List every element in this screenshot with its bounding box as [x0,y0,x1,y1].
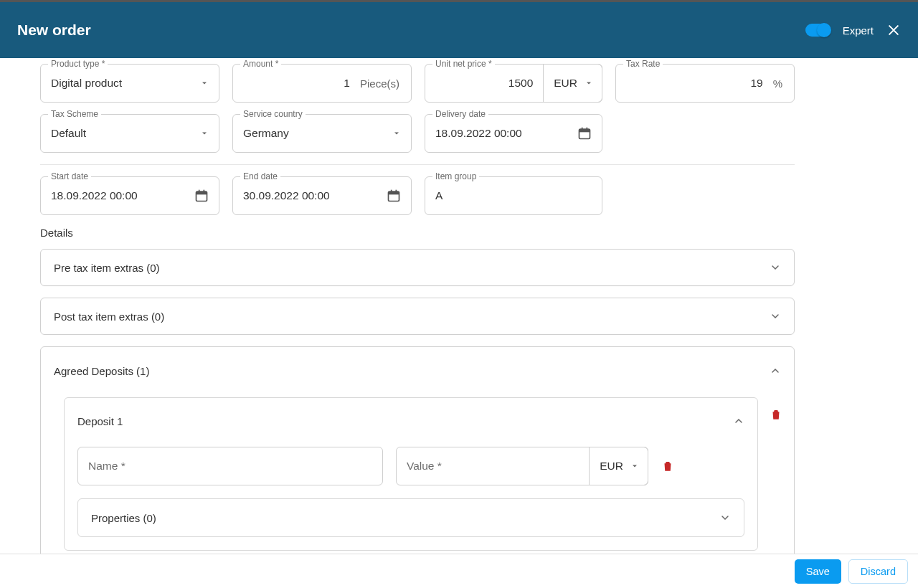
dialog-header: New order Expert [0,2,918,58]
post-tax-extras-header[interactable]: Post tax item extras (0) [41,298,794,334]
tax-scheme-select[interactable]: Tax Scheme Default [40,114,219,153]
deposit-card-body: Name * Value * EUR [65,444,757,550]
deposit-row: Deposit 1 Name * Value * [64,397,782,551]
svg-rect-5 [197,191,207,194]
expert-toggle[interactable] [805,24,830,37]
chevron-down-icon [719,512,731,523]
service-country-label: Service country [240,109,306,119]
pre-tax-extras-header[interactable]: Pre tax item extras (0) [41,250,794,285]
delivery-date-value: 18.09.2022 00:00 [435,127,574,140]
deposit-name-label: Name * [88,460,126,473]
chevron-down-icon [770,262,781,273]
delivery-date-label: Delivery date [432,109,488,119]
end-date-value: 30.09.2022 00:00 [243,189,384,202]
trash-icon [770,407,782,422]
chevron-up-icon [770,365,781,376]
header-right: Expert [805,23,901,37]
dialog-title: New order [17,22,91,39]
start-date-label: Start date [48,171,91,181]
tax-rate-label: Tax Rate [623,59,663,69]
form-scroll-area[interactable]: Product type * Digital product Amount * … [0,58,918,554]
agreed-deposits-header[interactable]: Agreed Deposits (1) [41,347,794,394]
pre-tax-extras-accordion: Pre tax item extras (0) [40,249,795,286]
unit-net-price-label: Unit net price * [432,59,495,69]
expert-label: Expert [843,24,874,37]
dialog-footer: Save Discard [0,554,918,588]
service-country-value: Germany [243,127,389,140]
chevron-down-icon [197,129,212,138]
currency-value: EUR [554,77,577,90]
product-type-select[interactable]: Product type * Digital product [40,64,219,103]
tax-scheme-label: Tax Scheme [48,109,101,119]
row-3: Start date 18.09.2022 00:00 End date 30.… [40,176,800,215]
end-date-label: End date [240,171,280,181]
svg-rect-9 [389,191,399,194]
service-country-select[interactable]: Service country Germany [232,114,412,153]
tax-rate-value: 19 [626,77,769,90]
agreed-deposits-title: Agreed Deposits (1) [54,365,149,377]
chevron-down-icon [582,79,596,87]
pre-tax-extras-title: Pre tax item extras (0) [54,262,160,274]
amount-unit: Piece(s) [356,77,404,90]
calendar-icon[interactable] [574,126,595,141]
svg-rect-11 [396,190,397,193]
deposit-fields: Name * Value * EUR [77,447,744,485]
unit-net-price-field[interactable]: Unit net price * 1500 EUR [425,64,602,103]
delete-deposit-button[interactable] [770,407,782,422]
product-type-value: Digital product [51,77,197,90]
svg-rect-10 [391,190,392,193]
chevron-down-icon [389,129,404,138]
chevron-down-icon [628,462,642,470]
row-2: Tax Scheme Default Service country Germa… [40,114,800,153]
tax-rate-unit: % [769,77,787,90]
svg-rect-3 [587,128,588,131]
deposit-value-field[interactable]: Value * EUR [396,447,648,485]
deposit-properties-title: Properties (0) [91,512,156,524]
calendar-icon[interactable] [191,189,212,203]
deposit-name-field[interactable]: Name * [77,447,383,485]
deposit-title: Deposit 1 [77,415,123,427]
item-group-label: Item group [432,171,479,181]
currency-select[interactable]: EUR [543,64,602,103]
details-heading: Details [40,227,800,239]
post-tax-extras-title: Post tax item extras (0) [54,310,164,323]
svg-rect-6 [199,190,200,193]
deposit-currency-value: EUR [600,460,623,473]
tax-scheme-value: Default [51,127,197,140]
delivery-date-field[interactable]: Delivery date 18.09.2022 00:00 [425,114,602,153]
tax-rate-field[interactable]: Tax Rate 19 % [615,64,795,103]
chevron-up-icon [733,415,744,427]
end-date-field[interactable]: End date 30.09.2022 00:00 [232,176,412,215]
deposit-value-label: Value * [407,460,585,473]
deposit-properties-accordion[interactable]: Properties (0) [77,498,744,537]
close-button[interactable] [886,23,901,37]
item-group-value: A [435,189,595,202]
unit-net-price-value: 1500 [435,77,539,90]
amount-value: 1 [243,77,356,90]
start-date-value: 18.09.2022 00:00 [51,189,191,202]
discard-button[interactable]: Discard [848,559,908,584]
close-icon [886,23,901,37]
save-button[interactable]: Save [795,559,841,584]
trash-icon [661,459,674,473]
calendar-icon[interactable] [384,189,404,203]
svg-rect-7 [204,190,205,193]
delete-deposit-value-button[interactable] [661,459,674,473]
product-type-label: Product type * [48,59,108,69]
amount-field[interactable]: Amount * 1 Piece(s) [232,64,412,103]
agreed-deposits-body: Deposit 1 Name * Value * [41,394,794,554]
amount-label: Amount * [240,59,281,69]
divider [40,164,795,165]
post-tax-extras-accordion: Post tax item extras (0) [40,298,795,335]
svg-rect-2 [582,128,583,131]
row-1: Product type * Digital product Amount * … [40,64,800,103]
start-date-field[interactable]: Start date 18.09.2022 00:00 [40,176,219,215]
deposit-currency-select[interactable]: EUR [589,447,648,485]
svg-rect-1 [579,129,590,132]
deposit-card-header[interactable]: Deposit 1 [65,398,757,444]
chevron-down-icon [197,79,212,87]
deposit-card: Deposit 1 Name * Value * [64,397,758,551]
chevron-down-icon [770,310,781,322]
agreed-deposits-accordion: Agreed Deposits (1) Deposit 1 Name * [40,346,795,554]
item-group-field[interactable]: Item group A [425,176,602,215]
